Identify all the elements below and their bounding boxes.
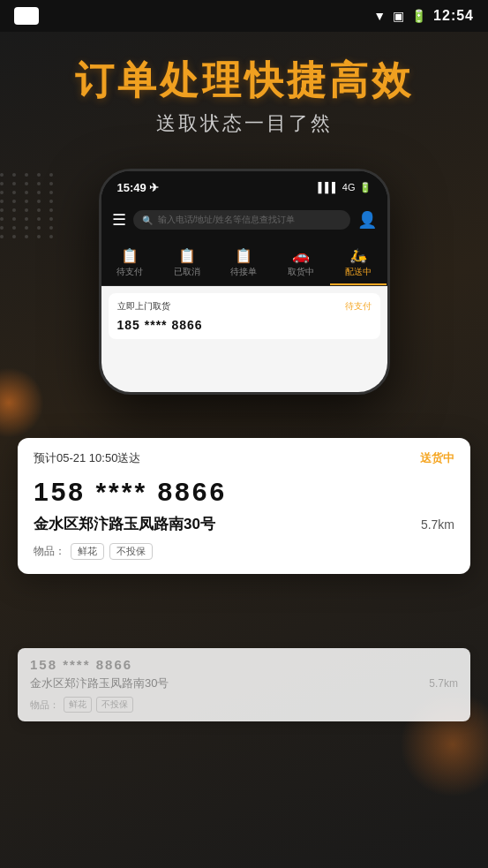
user-icon[interactable]: 👤 xyxy=(357,210,377,230)
status-time: 12:54 xyxy=(433,8,474,24)
card-distance-text: 5.7km xyxy=(421,517,454,532)
order-card-small-header: 立即上门取货 待支付 xyxy=(117,300,372,313)
background-phone-number: 185 **** 8866 xyxy=(117,318,372,332)
order-list-background: 立即上门取货 待支付 185 **** 8866 xyxy=(101,286,387,392)
status-bar: ▼ ▣ 🔋 12:54 xyxy=(0,0,488,32)
order-tabs: 📋 待支付 📋 已取消 📋 待接单 🚗 取货中 🛵 配送中 xyxy=(101,237,387,286)
phone-frame: 15:49 ✈ ▌▌▌ 4G 🔋 ☰ 🔍 输入电话/地址/姓名等信息查找订单 👤 xyxy=(99,169,390,395)
headline-sub: 送取状态一目了然 xyxy=(0,110,488,137)
phone-mockup: 15:49 ✈ ▌▌▌ 4G 🔋 ☰ 🔍 输入电话/地址/姓名等信息查找订单 👤 xyxy=(99,169,390,395)
tab-cancelled-label: 已取消 xyxy=(174,267,200,276)
main-order-card: 预计05-21 10:50送达 送货中 158 **** 8866 金水区郑汴路… xyxy=(18,438,470,574)
card-phone-number: 158 **** 8866 xyxy=(34,477,454,507)
behind-tags-row: 物品： 鲜花 不投保 xyxy=(30,697,458,713)
card-tags-label: 物品： xyxy=(34,544,65,559)
tab-waiting-icon: 📋 xyxy=(215,247,273,264)
sim-icon: ▣ xyxy=(393,9,404,23)
phone-network-icon: 4G xyxy=(342,182,356,192)
search-placeholder: 输入电话/地址/姓名等信息查找订单 xyxy=(158,214,296,226)
tab-delivering[interactable]: 🛵 配送中 xyxy=(330,242,387,285)
order-card-small: 立即上门取货 待支付 185 **** 8866 xyxy=(109,293,380,339)
tab-pending-payment-icon: 📋 xyxy=(101,247,159,264)
tab-delivering-label: 配送中 xyxy=(345,267,372,276)
tab-pickup-label: 取货中 xyxy=(288,267,314,276)
behind-tag-no-insurance: 不投保 xyxy=(96,697,133,713)
main-background: 订单处理快捷高效 送取状态一目了然 15:49 ✈ ▌▌▌ 4G 🔋 ☰ xyxy=(0,32,488,868)
tab-pending-payment[interactable]: 📋 待支付 xyxy=(101,242,159,285)
phone-signal-icon: ▌▌▌ xyxy=(318,182,338,192)
phone-battery-icon: 🔋 xyxy=(359,182,372,193)
tab-pending-payment-label: 待支付 xyxy=(116,267,143,276)
card-header: 预计05-21 10:50送达 送货中 xyxy=(34,450,454,466)
behind-distance-text: 5.7km xyxy=(429,677,458,690)
phone-time: 15:49 ✈ xyxy=(117,181,160,194)
card-address-row: 金水区郑汴路玉凤路南30号 5.7km xyxy=(34,514,454,534)
card-tag-flower: 鲜花 xyxy=(71,543,104,560)
battery-icon: 🔋 xyxy=(411,9,426,23)
behind-address-text: 金水区郑汴路玉凤路南30号 xyxy=(30,676,169,691)
tab-waiting-label: 待接单 xyxy=(230,267,257,276)
behind-tags-label: 物品： xyxy=(30,698,59,712)
delivery-time-text: 预计05-21 10:50送达 xyxy=(34,450,140,466)
app-icon xyxy=(14,7,39,25)
tab-cancelled-icon: 📋 xyxy=(158,247,215,264)
wifi-icon: ▼ xyxy=(373,9,386,23)
delivery-status-badge: 送货中 xyxy=(420,450,454,466)
search-bar[interactable]: 🔍 输入电话/地址/姓名等信息查找订单 xyxy=(133,210,350,230)
decorative-dots xyxy=(0,173,53,332)
behind-tag-flower: 鲜花 xyxy=(64,697,92,713)
behind-address-row: 金水区郑汴路玉凤路南30号 5.7km xyxy=(30,676,458,691)
tab-pickup[interactable]: 🚗 取货中 xyxy=(273,242,330,285)
menu-icon[interactable]: ☰ xyxy=(112,210,126,230)
card-tags-row: 物品： 鲜花 不投保 xyxy=(34,543,454,560)
tab-cancelled[interactable]: 📋 已取消 xyxy=(158,242,215,285)
behind-phone-number: 158 **** 8866 xyxy=(30,657,458,672)
card-tag-no-insurance: 不投保 xyxy=(109,543,153,560)
deco-circle-left xyxy=(0,367,44,438)
status-bar-right: ▼ ▣ 🔋 12:54 xyxy=(373,8,474,24)
tab-waiting[interactable]: 📋 待接单 xyxy=(215,242,273,285)
behind-order-card: 158 **** 8866 金水区郑汴路玉凤路南30号 5.7km 物品： 鲜花… xyxy=(18,648,470,721)
pickup-label: 立即上门取货 xyxy=(117,300,170,313)
phone-status-bar: 15:49 ✈ ▌▌▌ 4G 🔋 xyxy=(101,171,387,203)
pending-status-label: 待支付 xyxy=(345,300,372,313)
phone-icons: ▌▌▌ 4G 🔋 xyxy=(318,182,371,193)
tab-delivering-icon: 🛵 xyxy=(330,247,387,264)
headline-main: 订单处理快捷高效 xyxy=(0,58,488,103)
card-address-text: 金水区郑汴路玉凤路南30号 xyxy=(34,514,215,534)
search-icon: 🔍 xyxy=(142,215,153,225)
app-header: ☰ 🔍 输入电话/地址/姓名等信息查找订单 👤 xyxy=(101,203,387,237)
tab-pickup-icon: 🚗 xyxy=(273,247,330,264)
headline-section: 订单处理快捷高效 送取状态一目了然 xyxy=(0,58,488,137)
